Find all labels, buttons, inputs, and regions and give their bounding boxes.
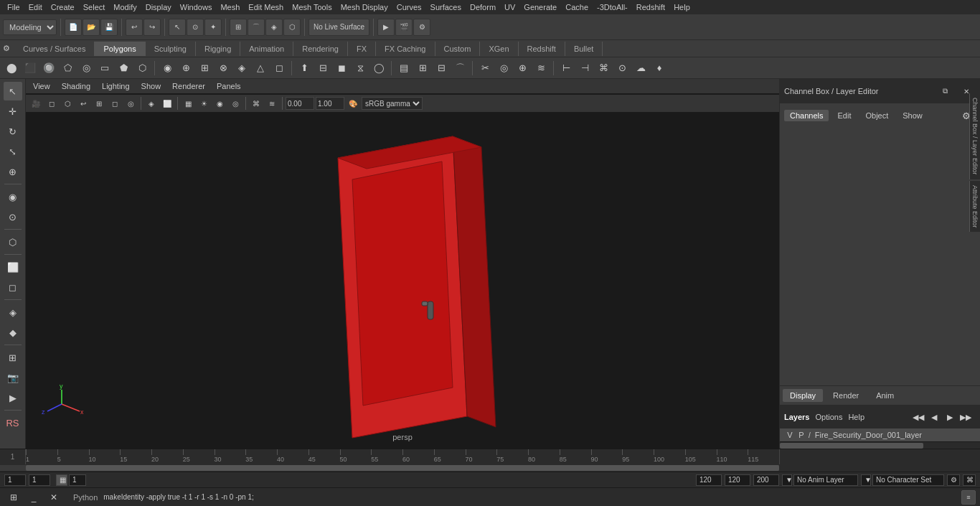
undo-btn[interactable]: ↩ xyxy=(126,19,143,36)
lasso-btn[interactable]: ⊙ xyxy=(187,19,204,36)
window-min-btn[interactable]: _ xyxy=(24,488,43,507)
tab-fx[interactable]: FX xyxy=(348,42,376,56)
menu-item-uv[interactable]: UV xyxy=(500,1,519,13)
status-extra-btn[interactable]: ⌘ xyxy=(963,474,976,486)
marquee-btn[interactable]: ⬜ xyxy=(4,258,22,276)
bridge-icon[interactable]: ⊟ xyxy=(314,60,331,77)
menu-item-deform[interactable]: Deform xyxy=(466,1,500,13)
layer-tool-4[interactable]: ▶▶ xyxy=(958,410,973,424)
frame-end-display-field[interactable]: 120 xyxy=(696,474,722,486)
cam-rotation-input[interactable] xyxy=(286,97,314,110)
shading-menu[interactable]: Shading xyxy=(59,80,93,92)
hide-btn[interactable]: ◆ xyxy=(4,323,22,342)
frame-display-field[interactable]: 1 xyxy=(29,474,50,486)
tab-bullet[interactable]: Bullet xyxy=(565,42,603,56)
menu-item-edit-mesh[interactable]: Edit Mesh xyxy=(244,1,288,13)
layer-tab-layers[interactable]: Layers xyxy=(784,413,809,421)
extrude-icon[interactable]: ⬆ xyxy=(296,60,313,77)
vp-xray-btn[interactable]: ◎ xyxy=(123,96,138,111)
render-view-btn[interactable]: ▶ xyxy=(4,388,22,407)
target-weld-icon[interactable]: ◎ xyxy=(495,60,512,77)
range-start-field[interactable]: 120 xyxy=(725,474,750,486)
tab-polygons[interactable]: Polygons xyxy=(95,42,145,56)
snap-grid-btn[interactable]: ⊞ xyxy=(230,19,247,36)
menu-item-surfaces[interactable]: Surfaces xyxy=(426,1,466,13)
scrollbar-thumb[interactable] xyxy=(780,443,923,449)
cb-tab-object[interactable]: Object xyxy=(859,110,894,121)
render-btn[interactable]: ▶ xyxy=(377,19,395,36)
view-menu[interactable]: View xyxy=(30,80,53,92)
layer-tool-2[interactable]: ◀ xyxy=(927,410,941,424)
vp-shadow-btn[interactable]: ◉ xyxy=(212,96,227,111)
menu-item-display[interactable]: Display xyxy=(141,1,176,13)
cone-icon[interactable]: ⬠ xyxy=(59,60,76,77)
menu-item-cache[interactable]: Cache xyxy=(561,1,593,13)
frame-current-field[interactable]: 1 xyxy=(4,474,26,486)
retopo-icon[interactable]: ⌘ xyxy=(595,60,612,77)
disk-icon[interactable]: ⬟ xyxy=(115,60,132,77)
vp-undo-rot-btn[interactable]: ↩ xyxy=(76,96,90,111)
menu-item-generate[interactable]: Generate xyxy=(519,1,561,13)
cb-tab-edit[interactable]: Edit xyxy=(831,110,857,121)
color-profile-select[interactable]: sRGB gamma xyxy=(362,97,423,110)
platonic-icon[interactable]: ⬡ xyxy=(133,60,151,77)
no-live-surface-btn[interactable]: No Live Surface xyxy=(308,19,369,36)
vp-gate-btn[interactable]: ⬡ xyxy=(60,96,75,111)
snap-point-btn[interactable]: ◈ xyxy=(265,19,283,36)
show-menu[interactable]: Show xyxy=(138,80,164,92)
menu-item-help[interactable]: Help xyxy=(669,1,694,13)
scale-tool-btn[interactable]: ⤡ xyxy=(4,142,22,161)
vp-texture-btn[interactable]: ▦ xyxy=(181,96,195,111)
cb-tab-show[interactable]: Show xyxy=(897,110,928,121)
tab-curves-surfaces[interactable]: Curves / Surfaces xyxy=(14,42,95,56)
layer-visibility[interactable]: V xyxy=(784,431,796,439)
select-tool-btn[interactable]: ↖ xyxy=(4,82,22,100)
layer-tab-help[interactable]: Help xyxy=(848,413,864,421)
mirror-icon[interactable]: ⊞ xyxy=(196,60,213,77)
cube-icon[interactable]: ⬛ xyxy=(22,60,39,77)
tab-rigging[interactable]: Rigging xyxy=(196,42,240,56)
frame-step-field[interactable]: 1 xyxy=(69,474,86,486)
menu-item-mesh-display[interactable]: Mesh Display xyxy=(336,1,392,13)
harden-icon[interactable]: ♦ xyxy=(651,60,668,77)
menu-item-create[interactable]: Create xyxy=(47,1,79,13)
layer-name[interactable]: Fire_Security_Door_001_layer xyxy=(812,431,976,439)
vp-cam-btn[interactable]: 🎥 xyxy=(29,96,43,111)
menu-item-windows[interactable]: Windows xyxy=(176,1,217,13)
vp-motion-btn[interactable]: ≋ xyxy=(265,96,279,111)
menu-item-file[interactable]: File xyxy=(3,1,24,13)
viewport[interactable]: View Shading Lighting Show Renderer Pane… xyxy=(26,79,779,449)
workspace-select[interactable]: Modeling xyxy=(3,19,57,35)
snap-tools-btn[interactable]: ⬡ xyxy=(4,233,22,251)
edge-loop-icon[interactable]: ▤ xyxy=(395,60,413,77)
paint-select-btn[interactable]: ◻ xyxy=(4,278,22,296)
dt-tab-anim[interactable]: Anim xyxy=(869,389,901,402)
vp-sel-highlight-btn[interactable]: ◈ xyxy=(144,96,159,111)
fill-icon[interactable]: ◼ xyxy=(333,60,350,77)
new-file-btn[interactable]: 📄 xyxy=(65,19,82,36)
redshift-btn[interactable]: RS xyxy=(4,413,22,432)
offset-edge-icon[interactable]: ⊟ xyxy=(433,60,450,77)
lighting-menu[interactable]: Lighting xyxy=(99,80,133,92)
vp-ao-btn[interactable]: ◎ xyxy=(228,96,242,111)
smooth-icon[interactable]: ◈ xyxy=(233,60,250,77)
soften-icon[interactable]: ☁ xyxy=(632,60,649,77)
multi-cut-icon[interactable]: ✂ xyxy=(476,60,494,77)
range-bar[interactable] xyxy=(0,464,980,472)
right-panel-scrollbar[interactable] xyxy=(780,441,980,449)
vp-light-btn[interactable]: ☀ xyxy=(197,96,211,111)
panels-menu[interactable]: Panels xyxy=(214,80,244,92)
snap-surface-btn[interactable]: ⬡ xyxy=(283,19,301,36)
move-tool-btn[interactable]: ✛ xyxy=(4,102,22,121)
cylinder-icon[interactable]: 🔘 xyxy=(40,60,57,77)
ipr-btn[interactable]: 🎬 xyxy=(395,19,413,36)
bevel-icon[interactable]: ⌒ xyxy=(451,60,468,77)
render-settings-btn[interactable]: ⚙ xyxy=(413,19,430,36)
layer-tab-options[interactable]: Options xyxy=(815,413,842,421)
sphere-icon[interactable]: ⬤ xyxy=(3,60,20,77)
menu-item-redshift[interactable]: Redshift xyxy=(632,1,669,13)
triangulate-icon[interactable]: △ xyxy=(252,60,269,77)
connect-icon[interactable]: ⊕ xyxy=(514,60,531,77)
menu-item-curves[interactable]: Curves xyxy=(392,1,426,13)
renderer-menu[interactable]: Renderer xyxy=(169,80,208,92)
